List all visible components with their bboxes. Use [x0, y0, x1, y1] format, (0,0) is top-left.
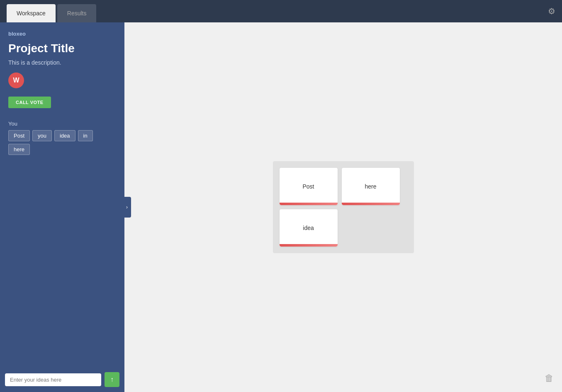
cards-area: Post here idea [273, 161, 414, 253]
chip-post[interactable]: Post [8, 130, 30, 141]
idea-input[interactable] [5, 373, 101, 386]
chip-in[interactable]: in [78, 130, 93, 141]
send-icon: ↑ [110, 376, 114, 383]
card-label-idea: idea [303, 225, 314, 231]
call-vote-button[interactable]: CALL VOTE [8, 97, 51, 108]
tab-workspace[interactable]: Workspace [7, 4, 56, 22]
idea-card-here[interactable]: here [342, 168, 400, 205]
chip-you[interactable]: you [32, 130, 52, 141]
workspace: Post here idea 🗑 [124, 22, 562, 392]
chip-here[interactable]: here [8, 144, 30, 155]
project-title: Project Title [8, 42, 116, 55]
card-label-post: Post [302, 183, 314, 190]
header: Workspace Results ⚙ [0, 0, 562, 22]
trash-icon[interactable]: 🗑 [545, 373, 554, 383]
tab-bar: Workspace Results [7, 0, 98, 22]
card-label-here: here [365, 183, 376, 190]
idea-chips: Post you idea in here [8, 130, 116, 155]
project-description: This is a description. [8, 59, 116, 66]
send-button[interactable]: ↑ [105, 372, 119, 387]
app-logo: bloxeo [8, 31, 116, 37]
idea-card-idea[interactable]: idea [280, 209, 338, 247]
main-layout: bloxeo Project Title This is a descripti… [0, 22, 562, 392]
tab-workspace-label: Workspace [17, 10, 46, 17]
sidebar-content: bloxeo Project Title This is a descripti… [0, 22, 124, 367]
collapse-arrow-icon: › [126, 204, 128, 210]
empty-card-slot [342, 209, 400, 247]
chip-idea[interactable]: idea [54, 130, 75, 141]
sidebar-footer: ↑ [0, 367, 124, 392]
gear-icon[interactable]: ⚙ [548, 6, 555, 16]
tab-results[interactable]: Results [57, 4, 97, 22]
collapse-button[interactable]: › [123, 197, 131, 218]
trash-container: 🗑 [545, 373, 554, 384]
avatar: W [8, 73, 24, 88]
tab-results-label: Results [67, 10, 87, 17]
sidebar: bloxeo Project Title This is a descripti… [0, 22, 124, 392]
idea-card-post[interactable]: Post [280, 168, 338, 205]
you-label: You [8, 121, 116, 127]
